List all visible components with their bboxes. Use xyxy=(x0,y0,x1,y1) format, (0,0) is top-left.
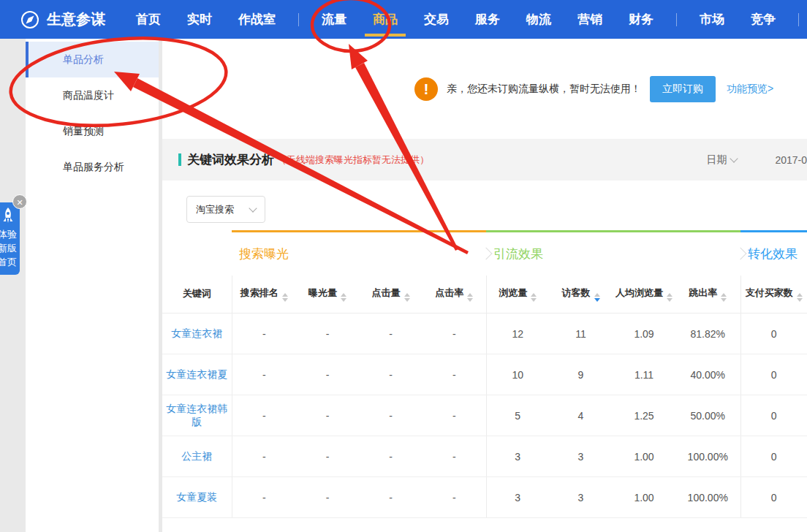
keyword-link[interactable]: 女童连衣裙韩版 xyxy=(162,395,232,436)
navbar: 生意参谋 首页实时作战室流量商品交易服务物流营销财务市场竞争业务专区 xyxy=(0,0,807,39)
sort-icon[interactable] xyxy=(341,293,346,302)
metric-cell: 1.00 xyxy=(613,436,675,477)
column-group-2: 转化效果 xyxy=(740,232,807,276)
column-header-0: 关键词 xyxy=(162,276,232,314)
column-header-8[interactable]: 跳出率 xyxy=(675,276,740,314)
metric-cell: 0 xyxy=(740,436,807,477)
title-accent-bar xyxy=(178,153,181,166)
nav-item-realtime[interactable]: 实时 xyxy=(174,0,225,39)
table-row: 公主裙----331.00100.00%0 xyxy=(162,436,807,477)
sidebar-item-product-thermometer[interactable]: 商品温度计 xyxy=(26,77,159,113)
column-header-5[interactable]: 浏览量 xyxy=(486,276,549,314)
sidebar-item-sales-forecast[interactable]: 销量预测 xyxy=(26,113,159,149)
keyword-link[interactable]: 女童夏装 xyxy=(162,477,232,518)
nav-item-finance[interactable]: 财务 xyxy=(615,0,667,39)
new-version-widget[interactable]: 体验 新版 首页 xyxy=(0,202,20,275)
nav-divider xyxy=(798,13,799,26)
section-title: 关键词效果分析 xyxy=(187,151,274,168)
metric-cell: - xyxy=(296,436,359,477)
sidebar-item-item-analysis[interactable]: 单品分析 xyxy=(26,42,159,77)
nav-item-service[interactable]: 服务 xyxy=(462,0,513,39)
metric-cell: - xyxy=(296,314,359,354)
nav-item-market[interactable]: 市场 xyxy=(686,0,738,39)
widget-line: 新版 xyxy=(0,241,17,255)
sort-icon[interactable] xyxy=(721,293,727,302)
table-row: 女童夏装----331.00100.00%0 xyxy=(162,477,807,518)
widget-close-icon[interactable]: ✕ xyxy=(12,194,27,209)
group-blank-cell xyxy=(162,232,232,276)
metric-cell: 50.00% xyxy=(675,395,740,436)
metric-cell: - xyxy=(423,477,486,518)
metric-cell: 4 xyxy=(549,395,613,436)
metric-cell: - xyxy=(232,477,296,518)
rocket-icon xyxy=(1,208,15,225)
table-row: 女童连衣裙韩版----541.2550.00%0 xyxy=(162,395,807,436)
metric-cell: 100.00% xyxy=(675,436,740,477)
keyword-link[interactable]: 女童连衣裙夏 xyxy=(162,354,232,395)
filter-row: 淘宝搜索 xyxy=(162,180,807,230)
column-header-6[interactable]: 访客数 xyxy=(549,276,613,314)
column-group-label: 搜索曝光 xyxy=(239,247,289,261)
nav-divider xyxy=(676,13,677,26)
brand[interactable]: 生意参谋 xyxy=(0,10,123,29)
nav-item-marketing[interactable]: 营销 xyxy=(564,0,615,39)
metric-cell: - xyxy=(296,477,359,518)
date-value[interactable]: 2017-0 xyxy=(775,154,807,166)
metric-cell: 5 xyxy=(486,395,549,436)
date-filter-label: 日期 xyxy=(706,153,727,167)
sort-icon[interactable] xyxy=(531,293,537,302)
sidebar-item-item-service-analysis[interactable]: 单品服务分析 xyxy=(26,149,159,185)
nav-item-logistics[interactable]: 物流 xyxy=(513,0,564,39)
metric-cell: 0 xyxy=(740,354,807,395)
main-content: ! 亲，您还未订购流量纵横，暂时无法使用！ 立即订购 功能预览> 关键词效果分析… xyxy=(162,39,807,532)
column-header-9[interactable]: 支付买家数 xyxy=(740,276,807,314)
widget-line: 首页 xyxy=(0,255,17,269)
nav-item-traffic[interactable]: 流量 xyxy=(308,0,360,39)
search-channel-select[interactable]: 淘宝搜索 xyxy=(186,196,265,223)
chevron-down-icon xyxy=(249,204,257,212)
column-header-3[interactable]: 点击量 xyxy=(359,276,423,314)
keyword-link[interactable]: 公主裙 xyxy=(162,436,232,477)
subscription-notice: ! 亲，您还未订购流量纵横，暂时无法使用！ 立即订购 功能预览> xyxy=(162,39,807,139)
keyword-effect-table: 搜索曝光引流效果转化效果关键词搜索排名曝光量点击量点击率浏览量访客数人均浏览量跳… xyxy=(162,230,807,518)
column-group-label: 引流效果 xyxy=(493,247,543,261)
column-header-4[interactable]: 点击率 xyxy=(423,276,486,314)
column-header-2[interactable]: 曝光量 xyxy=(296,276,359,314)
metric-cell: - xyxy=(359,436,423,477)
sidebar: 单品分析商品温度计销量预测单品服务分析 xyxy=(26,39,159,532)
column-header-7[interactable]: 人均浏览量 xyxy=(613,276,675,314)
feature-preview-link[interactable]: 功能预览> xyxy=(727,83,773,96)
column-header-1[interactable]: 搜索排名 xyxy=(232,276,296,314)
notice-text: 亲，您还未订购流量纵横，暂时无法使用！ xyxy=(447,83,641,96)
sort-icon[interactable] xyxy=(667,293,672,302)
metric-cell: - xyxy=(423,354,486,395)
date-filter[interactable]: 日期 xyxy=(706,153,737,167)
warning-icon: ! xyxy=(414,77,438,101)
nav-item-competition[interactable]: 竞争 xyxy=(738,0,789,39)
metric-cell: 10 xyxy=(486,354,549,395)
metric-cell: - xyxy=(359,477,423,518)
sort-icon[interactable] xyxy=(404,293,410,302)
nav-item-product[interactable]: 商品 xyxy=(360,0,411,39)
metric-cell: 40.00% xyxy=(675,354,740,395)
section-header: 关键词效果分析 （无线端搜索曝光指标暂无法提供） 日期 2017-0 xyxy=(162,139,807,180)
nav-item-trade[interactable]: 交易 xyxy=(411,0,462,39)
order-now-button[interactable]: 立即订购 xyxy=(650,76,716,102)
metric-cell: 3 xyxy=(549,477,613,518)
sort-icon[interactable] xyxy=(282,293,288,302)
metric-cell: 0 xyxy=(740,395,807,436)
keyword-link[interactable]: 女童连衣裙 xyxy=(162,314,232,354)
nav-item-home[interactable]: 首页 xyxy=(123,0,174,39)
metric-cell: 0 xyxy=(740,477,807,518)
column-group-1: 引流效果 xyxy=(486,232,740,276)
search-channel-value: 淘宝搜索 xyxy=(196,203,234,216)
sort-icon[interactable] xyxy=(797,293,803,302)
metric-cell: - xyxy=(296,395,359,436)
metric-cell: - xyxy=(296,354,359,395)
nav-item-war-room[interactable]: 作战室 xyxy=(225,0,289,39)
brand-name: 生意参谋 xyxy=(47,10,105,29)
metric-cell: 1.00 xyxy=(613,477,675,518)
sort-icon[interactable] xyxy=(467,293,473,302)
metric-cell: 12 xyxy=(486,314,549,354)
sort-icon[interactable] xyxy=(594,293,600,302)
